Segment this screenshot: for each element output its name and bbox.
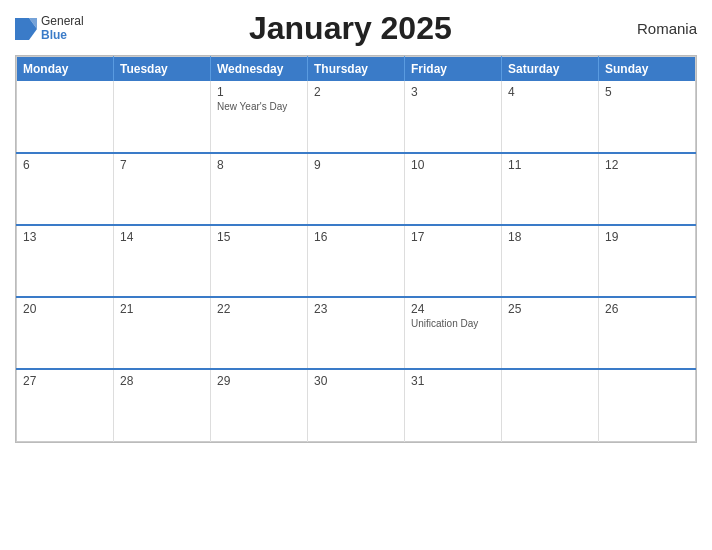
calendar-cell: 1New Year's Day [211, 81, 308, 153]
calendar-cell: 4 [502, 81, 599, 153]
day-number: 26 [605, 302, 689, 316]
calendar-cell: 9 [308, 153, 405, 225]
calendar-cell [114, 81, 211, 153]
logo-graphic [15, 18, 35, 40]
weekday-sunday: Sunday [599, 57, 696, 82]
day-number: 15 [217, 230, 301, 244]
day-number: 11 [508, 158, 592, 172]
calendar-cell [17, 81, 114, 153]
calendar-cell: 16 [308, 225, 405, 297]
day-number: 25 [508, 302, 592, 316]
day-number: 22 [217, 302, 301, 316]
calendar-cell: 8 [211, 153, 308, 225]
week-row-1: 1New Year's Day2345 [17, 81, 696, 153]
weekday-thursday: Thursday [308, 57, 405, 82]
day-number: 12 [605, 158, 689, 172]
weekday-monday: Monday [17, 57, 114, 82]
calendar-table: MondayTuesdayWednesdayThursdayFridaySatu… [16, 56, 696, 442]
calendar-cell: 5 [599, 81, 696, 153]
calendar-cell: 24Unification Day [405, 297, 502, 369]
calendar-cell: 25 [502, 297, 599, 369]
calendar-cell: 13 [17, 225, 114, 297]
month-title: January 2025 [84, 10, 617, 47]
calendar-cell: 28 [114, 369, 211, 441]
day-number: 21 [120, 302, 204, 316]
calendar-cell: 29 [211, 369, 308, 441]
logo-blue-text: Blue [41, 29, 84, 42]
calendar-cell: 18 [502, 225, 599, 297]
calendar-cell: 12 [599, 153, 696, 225]
day-number: 23 [314, 302, 398, 316]
calendar-page: General Blue January 2025 Romania Monday… [0, 0, 712, 550]
weekday-saturday: Saturday [502, 57, 599, 82]
day-number: 30 [314, 374, 398, 388]
calendar-cell: 30 [308, 369, 405, 441]
day-number: 6 [23, 158, 107, 172]
day-number: 18 [508, 230, 592, 244]
week-row-5: 2728293031 [17, 369, 696, 441]
day-number: 14 [120, 230, 204, 244]
calendar-cell: 15 [211, 225, 308, 297]
day-number: 3 [411, 85, 495, 99]
logo-text: General Blue [41, 15, 84, 41]
logo: General Blue [15, 15, 84, 41]
calendar-cell: 7 [114, 153, 211, 225]
day-number: 1 [217, 85, 301, 99]
calendar-cell: 14 [114, 225, 211, 297]
calendar-cell: 19 [599, 225, 696, 297]
logo-general-text: General [41, 15, 84, 28]
day-number: 24 [411, 302, 495, 316]
weekday-wednesday: Wednesday [211, 57, 308, 82]
day-number: 5 [605, 85, 689, 99]
calendar-cell: 27 [17, 369, 114, 441]
day-number: 19 [605, 230, 689, 244]
weekday-tuesday: Tuesday [114, 57, 211, 82]
calendar-cell [599, 369, 696, 441]
calendar-cell: 10 [405, 153, 502, 225]
day-number: 13 [23, 230, 107, 244]
calendar-cell [502, 369, 599, 441]
calendar-cell: 21 [114, 297, 211, 369]
logo-icon [15, 18, 37, 40]
calendar-cell: 22 [211, 297, 308, 369]
weekday-header-row: MondayTuesdayWednesdayThursdayFridaySatu… [17, 57, 696, 82]
day-number: 8 [217, 158, 301, 172]
day-number: 28 [120, 374, 204, 388]
calendar-cell: 31 [405, 369, 502, 441]
holiday-label: Unification Day [411, 318, 495, 329]
weekday-friday: Friday [405, 57, 502, 82]
day-number: 10 [411, 158, 495, 172]
day-number: 9 [314, 158, 398, 172]
calendar-cell: 11 [502, 153, 599, 225]
week-row-2: 6789101112 [17, 153, 696, 225]
day-number: 16 [314, 230, 398, 244]
calendar-cell: 3 [405, 81, 502, 153]
day-number: 29 [217, 374, 301, 388]
country-label: Romania [617, 20, 697, 37]
calendar-cell: 2 [308, 81, 405, 153]
header: General Blue January 2025 Romania [15, 10, 697, 47]
calendar-cell: 20 [17, 297, 114, 369]
day-number: 4 [508, 85, 592, 99]
day-number: 27 [23, 374, 107, 388]
week-row-3: 13141516171819 [17, 225, 696, 297]
day-number: 17 [411, 230, 495, 244]
day-number: 20 [23, 302, 107, 316]
holiday-label: New Year's Day [217, 101, 301, 112]
day-number: 2 [314, 85, 398, 99]
calendar-cell: 26 [599, 297, 696, 369]
calendar-cell: 17 [405, 225, 502, 297]
calendar-container: MondayTuesdayWednesdayThursdayFridaySatu… [15, 55, 697, 443]
calendar-cell: 6 [17, 153, 114, 225]
day-number: 31 [411, 374, 495, 388]
calendar-cell: 23 [308, 297, 405, 369]
day-number: 7 [120, 158, 204, 172]
week-row-4: 2021222324Unification Day2526 [17, 297, 696, 369]
